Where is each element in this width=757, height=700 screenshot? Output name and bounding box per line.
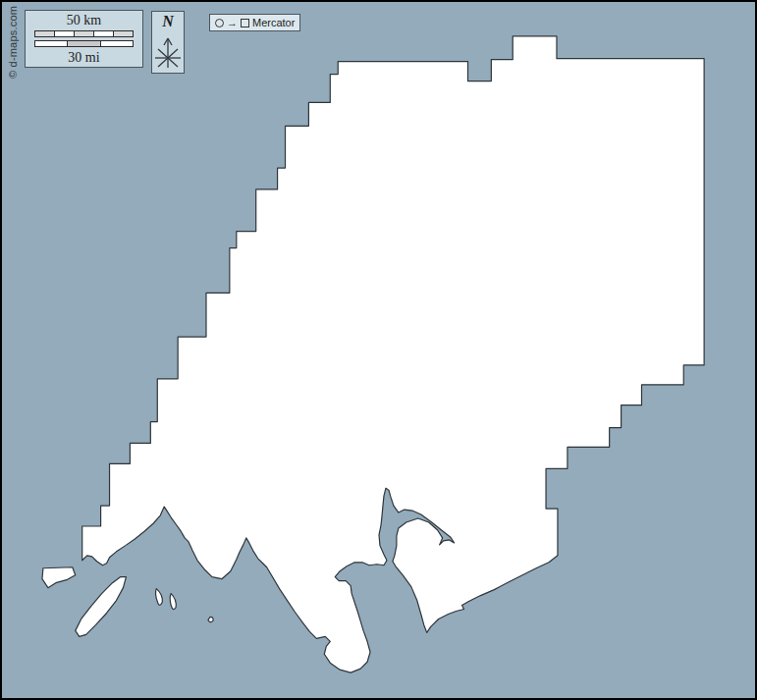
scale-bar-mi: [34, 40, 134, 47]
scale-segment: [114, 31, 133, 36]
scale-bar-km: [34, 30, 134, 37]
scale-segment: [101, 41, 133, 46]
scale-legend: 50 km 30 mi: [25, 10, 143, 68]
county-land-shape: [82, 36, 704, 673]
projection-chip: → Mercator: [209, 14, 300, 31]
scale-segment: [55, 31, 75, 36]
island-shape: [42, 567, 76, 588]
arrow-right-icon: →: [227, 19, 238, 27]
scale-segment: [68, 41, 100, 46]
scale-segment: [75, 31, 94, 36]
circle-icon: [215, 19, 224, 27]
scale-mi-label: 30 mi: [26, 50, 142, 65]
islet-shape: [170, 594, 176, 610]
scale-km-label: 50 km: [26, 13, 142, 27]
copyright-text: © d-maps.com: [7, 6, 19, 79]
scale-segment: [35, 31, 55, 36]
north-label: N: [152, 13, 184, 30]
scale-segment: [35, 41, 68, 46]
projection-label: Mercator: [252, 17, 295, 28]
islet-shape: [155, 589, 162, 606]
square-icon: [241, 19, 249, 27]
compass-rose: N: [151, 11, 185, 74]
scale-segment: [94, 31, 114, 36]
outline-map-svg: [2, 2, 755, 698]
map-canvas: 50 km 30 mi N → Mercator © d-maps.com: [0, 0, 757, 700]
islet-shape: [208, 617, 213, 621]
compass-star-icon: [153, 30, 183, 70]
island-shape: [76, 577, 127, 637]
